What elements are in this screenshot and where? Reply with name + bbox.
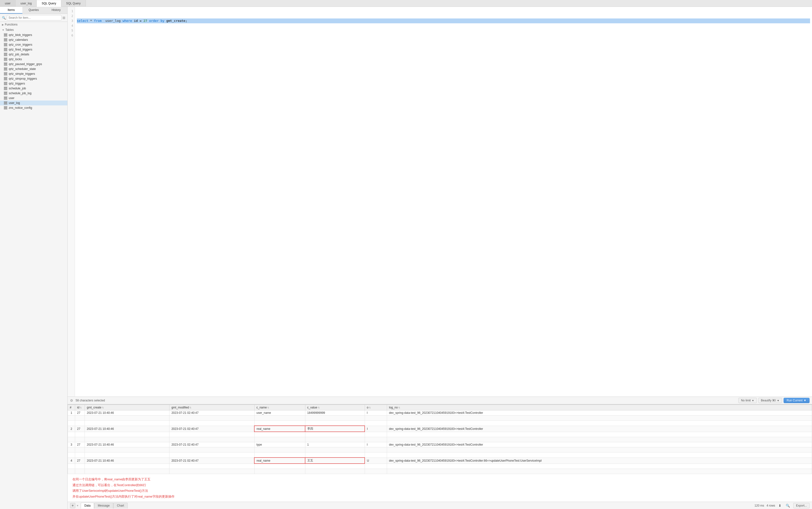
cell-empty (305, 432, 365, 437)
search-results-icon[interactable]: 🔍 (785, 503, 791, 508)
run-button[interactable]: Run Current ▼ (784, 398, 810, 403)
cell-gmt-create[interactable]: 2023-07-21 10:40:46 (85, 442, 169, 447)
settings-icon[interactable]: ⚙ (70, 399, 73, 402)
no-limit-label: No limit (741, 399, 751, 402)
sidebar-item-qrtz_calendars[interactable]: qrtz_calendars (0, 37, 67, 42)
cell-empty (387, 464, 812, 469)
tables-section-header[interactable]: ▼ Tables (0, 27, 67, 33)
sidebar-item-zns_notice_config[interactable]: zns_notice_config (0, 105, 67, 110)
sidebar-item-qrtz_simple_triggers[interactable]: qrtz_simple_triggers (0, 71, 67, 76)
line-num-1: 1 (68, 9, 75, 13)
col-header-gmt-modified[interactable]: gmt_modified⇅ (169, 405, 254, 410)
sidebar-item-qrtz_scheduler_state[interactable]: qrtz_scheduler_state (0, 67, 67, 71)
cell-gmt-modified[interactable]: 2023-07-21 02:40:47 (169, 442, 254, 447)
sidebar-item-qrtz_locks[interactable]: qrtz_locks (0, 57, 67, 62)
sidebar-item-schedule_job_log[interactable]: schedule_job_log (0, 91, 67, 96)
cell-c-value[interactable]: 王五 (305, 457, 365, 464)
cell-gmt-create[interactable]: 2023-07-21 10:40:46 (85, 426, 169, 432)
sidebar-item-user_log[interactable]: user_log (0, 101, 67, 105)
functions-section-header[interactable]: ▶ Functions (0, 22, 67, 27)
cell-c-name[interactable]: type (254, 442, 305, 447)
sidebar-item-qrtz_cron_triggers[interactable]: qrtz_cron_triggers (0, 42, 67, 47)
cell-empty (365, 415, 387, 420)
cell-empty (75, 452, 85, 458)
cell-id[interactable]: 27 (75, 442, 85, 447)
cell-c-name[interactable]: real_name (254, 457, 305, 464)
cell-c-value[interactable]: 李四 (305, 426, 365, 432)
cell-c-value[interactable]: 1 (305, 442, 365, 447)
cell-empty (387, 420, 812, 426)
editor-body[interactable]: 1 2 3 4 5 6 select * from user_log where… (68, 7, 812, 397)
cell-rownum[interactable]: 4 (68, 457, 75, 464)
cell-log-no[interactable]: dev_spring-data-test_96_2023072110404591… (387, 457, 812, 464)
cell-log-no[interactable]: dev_spring-data-test_96_2023072110404591… (387, 442, 812, 447)
table-row: 3272023-07-21 10:40:462023-07-21 02:40:4… (68, 442, 812, 447)
tab-sql-query-2[interactable]: SQL Query (61, 0, 86, 6)
tab-sql-query-1[interactable]: SQL Query (37, 0, 61, 7)
annotation-line-4: 并在updateUserPhoneTest()方法内部执行了对real_name… (72, 494, 807, 499)
no-limit-button[interactable]: No limit ▼ (738, 398, 757, 403)
add-button[interactable]: + (70, 503, 75, 508)
export-button[interactable]: Export... (793, 503, 810, 508)
cell-log-no[interactable]: dev_spring-data-test_96_2023072110404591… (387, 426, 812, 432)
cell-o[interactable]: U (365, 457, 387, 464)
cell-id[interactable]: 27 (75, 410, 85, 415)
sidebar-item-qrtz_paused_trigger_grps[interactable]: qrtz_paused_trigger_grps (0, 62, 67, 67)
cell-empty (68, 469, 75, 474)
line-numbers: 1 2 3 4 5 6 (68, 7, 75, 397)
sidebar-tab-history[interactable]: History (45, 7, 67, 13)
cell-empty (169, 447, 254, 452)
col-header-c-value[interactable]: c_value⇅ (305, 405, 365, 410)
col-header-gmt-create[interactable]: gmt_create⇅ (85, 405, 169, 410)
cell-rownum[interactable]: 3 (68, 442, 75, 447)
cell-log-no[interactable]: dev_spring-data-test_96_2023072110404591… (387, 410, 812, 415)
arrow-down-icon[interactable]: ▾ (77, 504, 78, 507)
cell-id[interactable]: 27 (75, 426, 85, 432)
code-line-2 (77, 13, 810, 19)
cell-c-value[interactable]: 18499999999 (305, 410, 365, 415)
cell-o[interactable]: I (365, 442, 387, 447)
cell-gmt-modified[interactable]: 2023-07-21 02:40:47 (169, 457, 254, 464)
sidebar-tab-queries[interactable]: Queries (22, 7, 45, 13)
cell-gmt-create[interactable]: 2023-07-21 10:40:46 (85, 457, 169, 464)
sidebar-tab-items[interactable]: Items (0, 7, 22, 13)
table-list: qrtz_blob_triggersqrtz_calendarsqrtz_cro… (0, 33, 67, 110)
cell-o[interactable]: I (365, 426, 387, 432)
col-header-c-name[interactable]: c_name⇅ (254, 405, 305, 410)
tab-message[interactable]: Message (94, 503, 113, 509)
tab-data[interactable]: Data (81, 503, 94, 509)
col-header-log-no[interactable]: log_no⇅ (387, 405, 812, 410)
sidebar-item-qrtz_blob_triggers[interactable]: qrtz_blob_triggers (0, 33, 67, 37)
cell-rownum[interactable]: 1 (68, 410, 75, 415)
sidebar-item-qrtz_simprop_triggers[interactable]: qrtz_simprop_triggers (0, 76, 67, 81)
code-editor[interactable]: select * from user_log where id = 27 ord… (75, 7, 812, 397)
cell-id[interactable]: 27 (75, 457, 85, 464)
col-header-id[interactable]: id⇅ (75, 405, 85, 410)
tab-user-log[interactable]: user_log (15, 0, 37, 6)
sidebar-item-schedule_job[interactable]: schedule_job (0, 86, 67, 91)
filter-icon[interactable]: ⊞ (62, 16, 65, 20)
beautify-button[interactable]: Beautify ⌘I ▼ (758, 398, 782, 403)
cell-o[interactable]: I (365, 410, 387, 415)
results-table-wrap[interactable]: # id⇅ gmt_create⇅ gmt_modified⇅ c_name⇅ … (68, 405, 812, 502)
cell-empty (305, 420, 365, 426)
col-header-o[interactable]: o⇅ (365, 405, 387, 410)
sidebar-item-qrtz_fired_triggers[interactable]: qrtz_fired_triggers (0, 47, 67, 52)
beautify-arrow-icon: ▼ (777, 399, 779, 402)
scroll-to-bottom-icon[interactable]: ⬇ (778, 503, 782, 508)
sidebar-item-user[interactable]: user (0, 96, 67, 101)
cell-gmt-create[interactable]: 2023-07-21 10:40:46 (85, 410, 169, 415)
cell-empty (254, 447, 305, 452)
annotation-area: 在同一个日志编号中，将real_name由李四更新为了王五 通过方法调用链，可以… (68, 474, 812, 502)
cell-c-name[interactable]: user_name (254, 410, 305, 415)
sidebar-item-label: qrtz_locks (9, 58, 22, 61)
tab-user[interactable]: user (0, 0, 15, 6)
sidebar-item-qrtz_triggers[interactable]: qrtz_triggers (0, 81, 67, 86)
search-input[interactable] (7, 15, 62, 21)
sidebar-item-qrtz_job_details[interactable]: qrtz_job_details (0, 52, 67, 57)
tab-chart[interactable]: Chart (113, 503, 128, 509)
cell-gmt-modified[interactable]: 2023-07-21 02:40:47 (169, 410, 254, 415)
cell-rownum[interactable]: 2 (68, 426, 75, 432)
cell-gmt-modified[interactable]: 2023-07-21 02:40:47 (169, 426, 254, 432)
cell-c-name[interactable]: real_name (254, 426, 305, 432)
